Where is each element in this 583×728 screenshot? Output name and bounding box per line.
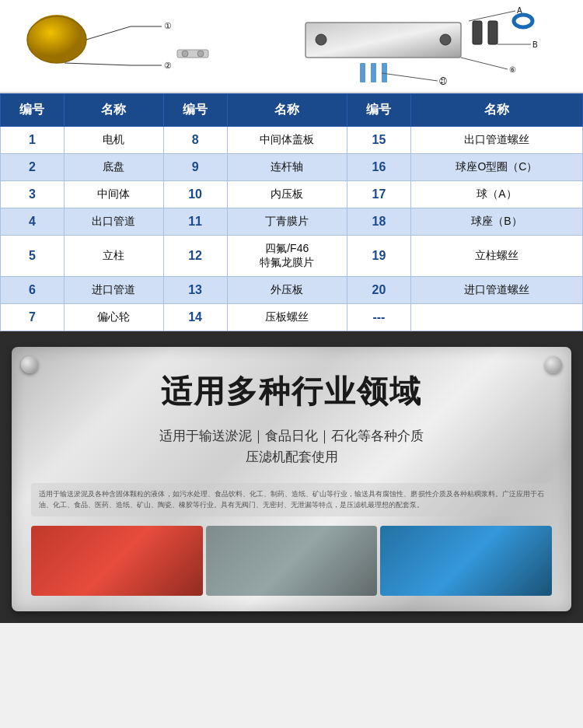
rivet-top-left [21, 356, 38, 373]
col-header-num3: 编号 [347, 94, 410, 127]
svg-point-11 [316, 34, 326, 45]
part-number-3: --- [347, 304, 410, 331]
svg-line-25 [382, 73, 438, 81]
col-header-num1: 编号 [1, 94, 65, 127]
diagram-section: ① ② [0, 0, 583, 93]
part-name-2: 连杆轴 [227, 154, 347, 181]
svg-text:①: ① [164, 21, 172, 30]
part-name-3 [410, 304, 582, 331]
svg-text:A: A [517, 7, 522, 15]
part-number-1: 4 [1, 208, 65, 236]
part-number-1: 3 [1, 181, 65, 208]
svg-rect-14 [488, 21, 497, 44]
part-name-3: 出口管道螺丝 [410, 127, 582, 154]
svg-point-9 [197, 51, 204, 57]
part-number-1: 7 [1, 304, 65, 331]
part-name-2: 内压板 [227, 181, 347, 208]
svg-text:B: B [532, 40, 538, 49]
table-row: 4出口管道11丁青膜片18球座（B） [1, 208, 583, 236]
part-name-1: 中间体 [64, 181, 163, 208]
svg-point-15 [514, 15, 532, 27]
col-header-name2: 名称 [227, 94, 347, 127]
industry-title: 适用多种行业领域 [31, 370, 552, 413]
svg-text:⑥: ⑥ [509, 65, 516, 74]
svg-line-16 [469, 11, 515, 21]
part-number-2: 14 [163, 304, 227, 331]
part-number-3: 15 [347, 127, 410, 154]
svg-rect-13 [473, 21, 482, 44]
part-name-3: 立柱螺丝 [410, 236, 582, 277]
part-name-3: 进口管道螺丝 [410, 277, 582, 304]
table-row: 5立柱12四氟/F46 特氟龙膜片19立柱螺丝 [1, 236, 583, 277]
part-name-2: 压板螺丝 [227, 304, 347, 331]
part-number-3: 17 [347, 181, 410, 208]
table-row: 2底盘9连杆轴16球座O型圈（C） [1, 154, 583, 181]
part-number-2: 12 [163, 236, 227, 277]
part-name-2: 中间体盖板 [227, 127, 347, 154]
part-number-1: 6 [1, 277, 65, 304]
col-header-name1: 名称 [64, 94, 163, 127]
svg-rect-22 [360, 63, 365, 82]
images-row [31, 526, 552, 596]
part-name-1: 进口管道 [64, 277, 163, 304]
part-number-1: 5 [1, 236, 65, 277]
part-number-3: 19 [347, 236, 410, 277]
col-header-name3: 名称 [410, 94, 582, 127]
parts-table: 编号 名称 编号 名称 编号 名称 1电机8中间体盖板15出口管道螺丝2底盘9连… [0, 93, 583, 331]
table-row: 6进口管道13外压板20进口管道螺丝 [1, 277, 583, 304]
part-name-1: 电机 [64, 127, 163, 154]
right-diagram-svg: A B ⑥ ㉑ [282, 7, 562, 93]
part-number-2: 10 [163, 181, 227, 208]
table-header-row: 编号 名称 编号 名称 编号 名称 [1, 94, 583, 127]
svg-line-4 [65, 63, 131, 65]
part-number-2: 13 [163, 277, 227, 304]
small-text-block: 适用于输送淤泥及各种含固体颗粒的液体，如污水处理、食品饮料、化工、制药、造纸、矿… [31, 483, 552, 516]
part-name-2: 丁青膜片 [227, 208, 347, 236]
table-row: 1电机8中间体盖板15出口管道螺丝 [1, 127, 583, 154]
part-name-3: 球座O型圈（C） [410, 154, 582, 181]
part-name-2: 四氟/F46 特氟龙膜片 [227, 236, 347, 277]
industry-image-3 [380, 526, 552, 596]
part-name-3: 球座（B） [410, 208, 582, 236]
left-diagram: ① ② [22, 7, 255, 85]
col-header-num2: 编号 [163, 94, 227, 127]
industry-section: 适用多种行业领域 适用于输送淤泥｜食品日化｜石化等各种介质 压滤机配套使用 适用… [0, 331, 583, 623]
svg-text:②: ② [164, 61, 172, 70]
svg-point-0 [27, 16, 86, 63]
right-diagram: A B ⑥ ㉑ [282, 7, 562, 85]
part-number-2: 9 [163, 154, 227, 181]
svg-rect-23 [371, 63, 376, 82]
industry-image-2 [206, 526, 378, 596]
part-number-2: 11 [163, 208, 227, 236]
part-number-2: 8 [163, 127, 227, 154]
industry-subtitle: 适用于输送淤泥｜食品日化｜石化等各种介质 压滤机配套使用 [31, 425, 552, 467]
table-row: 7偏心轮14压板螺丝--- [1, 304, 583, 331]
part-number-1: 1 [1, 127, 65, 154]
rivet-top-right [545, 356, 562, 373]
svg-rect-24 [382, 63, 387, 82]
svg-rect-10 [305, 23, 461, 58]
metal-plate: 适用多种行业领域 适用于输送淤泥｜食品日化｜石化等各种介质 压滤机配套使用 适用… [12, 347, 571, 611]
part-number-3: 18 [347, 208, 410, 236]
part-number-3: 20 [347, 277, 410, 304]
svg-text:㉑: ㉑ [439, 77, 447, 86]
part-name-1: 底盘 [64, 154, 163, 181]
part-number-1: 2 [1, 154, 65, 181]
table-row: 3中间体10内压板17球（A） [1, 181, 583, 208]
subtitle-line1: 适用于输送淤泥｜食品日化｜石化等各种介质 [159, 429, 424, 443]
left-diagram-svg: ① ② [22, 7, 255, 85]
table-section: 编号 名称 编号 名称 编号 名称 1电机8中间体盖板15出口管道螺丝2底盘9连… [0, 93, 583, 331]
svg-point-8 [182, 51, 188, 57]
industry-image-1 [31, 526, 203, 596]
part-name-1: 出口管道 [64, 208, 163, 236]
subtitle-line2: 压滤机配套使用 [246, 450, 338, 464]
part-name-1: 立柱 [64, 236, 163, 277]
svg-line-1 [86, 26, 131, 40]
small-text-content: 适用于输送淤泥及各种含固体颗粒的液体，如污水处理、食品饮料、化工、制药、造纸、矿… [39, 489, 544, 510]
part-number-3: 16 [347, 154, 410, 181]
svg-line-20 [461, 58, 508, 69]
part-name-1: 偏心轮 [64, 304, 163, 331]
part-name-2: 外压板 [227, 277, 347, 304]
svg-point-12 [440, 34, 451, 45]
part-name-3: 球（A） [410, 181, 582, 208]
